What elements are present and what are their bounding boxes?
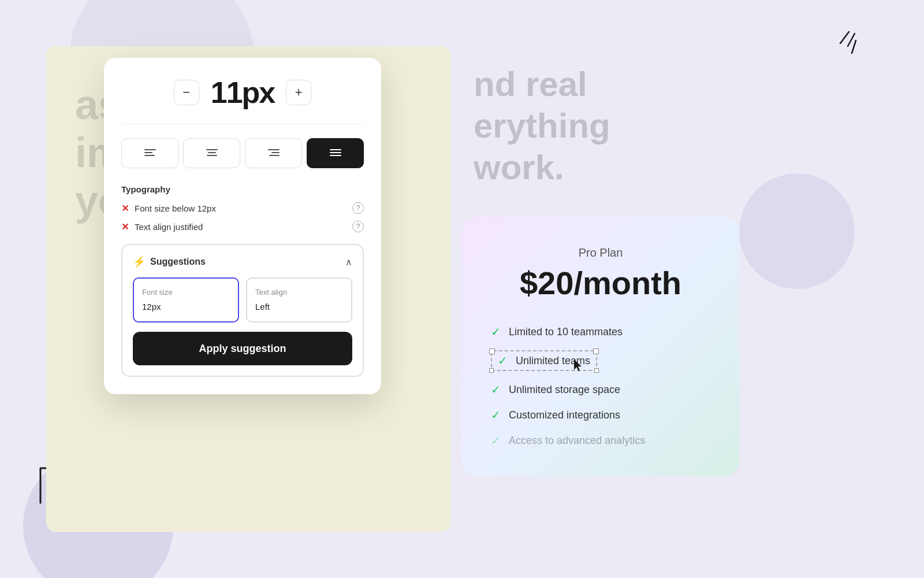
deco-line3: work. <box>474 147 866 188</box>
suggestion-font-size-label: Font size <box>142 287 230 298</box>
handle-bl <box>489 368 494 373</box>
collapse-suggestions-button[interactable]: ∧ <box>345 257 352 268</box>
suggestion-card-text-align[interactable]: Text align Left <box>246 277 352 323</box>
suggestion-text-align-value: Left <box>255 301 343 314</box>
font-size-display: 11px <box>211 75 275 110</box>
check-icon-1: ✓ <box>491 325 501 339</box>
issue-x-icon-2: ✕ <box>121 221 129 232</box>
issue-x-icon-1: ✕ <box>121 203 129 214</box>
deco-line1: nd real <box>474 64 866 105</box>
feature-item-1: ✓ Limited to 10 teammates <box>491 325 710 339</box>
feature-item-5: ✓ Access to advanced analytics <box>491 433 710 447</box>
align-right-button[interactable] <box>245 138 302 168</box>
align-center-button[interactable] <box>183 138 240 168</box>
check-icon-5: ✓ <box>491 433 501 447</box>
deco-text-area: nd real erything work. <box>462 46 878 206</box>
suggestions-header: ⚡ Suggestions ∧ <box>133 255 352 268</box>
text-align-row <box>121 138 364 168</box>
deco-line2: erything <box>474 105 866 147</box>
pricing-card: Pro Plan $20/month ✓ Limited to 10 teamm… <box>462 217 739 476</box>
align-center-icon <box>206 148 218 158</box>
check-icon-2: ✓ <box>498 354 508 368</box>
issue-text-1: Font size below 12px <box>135 203 216 213</box>
plan-label: Pro Plan <box>579 246 623 260</box>
issue-item-text-align: ✕ Text align justified ? <box>121 221 364 232</box>
typography-panel: − 11px + <box>104 58 381 394</box>
features-list: ✓ Limited to 10 teammates ✓ Unlimited te… <box>491 325 710 447</box>
svg-line-1 <box>848 34 855 46</box>
selected-feature-box: ✓ Unlimited teams <box>491 350 597 371</box>
check-icon-4: ✓ <box>491 408 501 422</box>
align-justify-icon <box>329 148 342 158</box>
plan-price: $20/month <box>520 264 681 302</box>
align-right-icon <box>267 148 280 158</box>
font-size-row: − 11px + <box>121 75 364 124</box>
lightning-icon: ⚡ <box>133 255 146 268</box>
issue-text-2: Text align justified <box>135 222 203 232</box>
help-icon-2[interactable]: ? <box>352 221 364 232</box>
suggestion-card-font-size[interactable]: Font size 12px <box>133 277 239 323</box>
feature-item-2: ✓ Unlimited teams <box>491 350 710 371</box>
help-icon-1[interactable]: ? <box>352 202 364 214</box>
typography-label: Typography <box>121 184 364 194</box>
align-left-button[interactable] <box>121 138 178 168</box>
cursor-icon <box>573 358 584 375</box>
feature-item-3: ✓ Unlimited storage space <box>491 383 710 397</box>
align-justify-button[interactable] <box>307 138 364 168</box>
suggestion-cards-row: Font size 12px Text align Left <box>133 277 352 323</box>
issue-item-font-size: ✕ Font size below 12px ? <box>121 202 364 214</box>
svg-line-0 <box>840 32 849 43</box>
suggestion-text-align-label: Text align <box>255 287 343 298</box>
check-icon-3: ✓ <box>491 383 501 397</box>
feature-item-4: ✓ Customized integrations <box>491 408 710 422</box>
issue-list: ✕ Font size below 12px ? ✕ Text align ju… <box>121 202 364 232</box>
handle-br <box>594 368 599 373</box>
decrement-button[interactable]: − <box>174 80 199 105</box>
suggestions-title: ⚡ Suggestions <box>133 255 206 268</box>
suggestions-box: ⚡ Suggestions ∧ Font size 12px Text alig… <box>121 244 364 377</box>
suggestion-font-size-value: 12px <box>142 301 230 314</box>
apply-suggestion-button[interactable]: Apply suggestion <box>133 332 352 365</box>
increment-button[interactable]: + <box>286 80 311 105</box>
align-left-icon <box>144 148 157 158</box>
